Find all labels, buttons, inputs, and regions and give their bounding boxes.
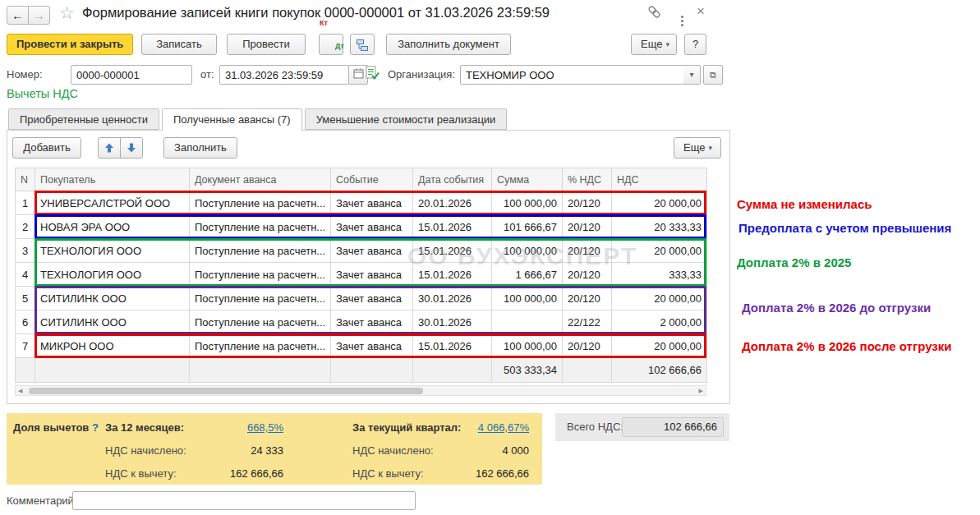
cell-n[interactable]: 4 xyxy=(16,263,35,287)
cell-buyer[interactable]: УНИВЕРСАЛСТРОЙ ООО xyxy=(35,191,190,215)
add-row-button[interactable]: Добавить xyxy=(12,137,81,159)
cell-vat[interactable]: 20 000,00 xyxy=(612,287,707,310)
help-button[interactable]: ? xyxy=(684,34,706,55)
cell-n[interactable]: 1 xyxy=(16,191,35,215)
cell-vat[interactable]: 333,33 xyxy=(612,263,707,287)
cell-event[interactable]: Зачет аванса xyxy=(331,334,413,358)
fill-document-button[interactable]: Заполнить документ xyxy=(386,34,511,55)
cell-sum[interactable]: 100 000,00 xyxy=(492,334,563,358)
column-header[interactable]: % НДС xyxy=(563,168,612,191)
cell-vat[interactable]: 20 000,00 xyxy=(612,334,707,358)
cell-sum[interactable]: 100 000,00 xyxy=(492,287,563,310)
cell-buyer[interactable]: СИТИЛИНК ООО xyxy=(35,287,190,310)
cell-vat-rate[interactable]: 20/120 xyxy=(563,215,612,239)
document-structure-button[interactable] xyxy=(350,34,375,55)
scroll-left-icon[interactable]: ◀ xyxy=(18,388,22,394)
write-button[interactable]: Записать xyxy=(141,34,217,55)
column-header[interactable]: Документ аванса xyxy=(190,168,331,191)
cell-sum[interactable]: 100 000,00 xyxy=(492,239,563,263)
help-question-icon[interactable]: ? xyxy=(92,421,99,434)
cell-vat-rate[interactable]: 20/120 xyxy=(563,263,612,287)
scrollbar-thumb[interactable] xyxy=(29,388,423,394)
cell-event[interactable]: Зачет аванса xyxy=(331,191,413,215)
quarter-percent-link[interactable]: 4 066,67% xyxy=(435,421,529,434)
comment-input[interactable] xyxy=(72,491,416,510)
cell-sum[interactable]: 1 666,67 xyxy=(492,263,563,287)
cell-n[interactable]: 2 xyxy=(16,215,35,239)
cell-advance-doc[interactable]: Поступление на расчетн... xyxy=(190,334,331,358)
cell-event-date[interactable]: 15.01.2026 xyxy=(413,215,492,239)
cell-n[interactable]: 5 xyxy=(16,287,35,310)
cell-vat[interactable]: 20 000,00 xyxy=(612,239,707,263)
cell-event[interactable]: Зачет аванса xyxy=(331,239,413,263)
cell-event[interactable]: Зачет аванса xyxy=(331,215,413,239)
more-menu-icon[interactable] xyxy=(674,7,690,23)
date-input[interactable] xyxy=(219,65,349,85)
cell-vat[interactable]: 20 333,33 xyxy=(612,215,707,239)
cell-event[interactable]: Зачет аванса xyxy=(331,310,413,334)
cell-advance-doc[interactable]: Поступление на расчетн... xyxy=(190,191,331,215)
cell-vat-rate[interactable]: 20/120 xyxy=(563,239,612,263)
cell-advance-doc[interactable]: Поступление на расчетн... xyxy=(190,215,331,239)
cell-advance-doc[interactable]: Поступление на расчетн... xyxy=(190,239,331,263)
year-percent-link[interactable]: 668,5% xyxy=(189,421,283,434)
show-postings-button[interactable]: ДтКт xyxy=(319,34,343,55)
organization-input[interactable] xyxy=(460,65,684,85)
cell-event-date[interactable]: 30.01.2026 xyxy=(413,287,492,310)
tab-1[interactable]: Полученные авансы (7) xyxy=(162,108,302,131)
cell-advance-doc[interactable]: Поступление на расчетн... xyxy=(190,310,331,334)
nav-back-button[interactable]: ← xyxy=(7,6,29,25)
cell-event[interactable]: Зачет аванса xyxy=(331,263,413,287)
cell-n[interactable]: 7 xyxy=(16,334,35,358)
cell-event-date[interactable]: 15.01.2026 xyxy=(413,334,492,358)
fill-table-button[interactable]: Заполнить xyxy=(163,137,237,159)
cell-vat[interactable]: 20 000,00 xyxy=(612,191,707,215)
column-header[interactable]: Сумма xyxy=(492,168,563,191)
close-icon[interactable]: × xyxy=(692,3,709,20)
table-more-button[interactable]: Еще▾ xyxy=(674,137,721,159)
horizontal-scrollbar[interactable]: ◀ ▶ xyxy=(15,385,706,396)
cell-n[interactable]: 6 xyxy=(16,310,35,334)
move-row-down-button[interactable] xyxy=(120,137,143,159)
tab-0[interactable]: Приобретенные ценности xyxy=(8,108,159,130)
favorite-star-icon[interactable]: ☆ xyxy=(59,3,75,23)
cell-event-date[interactable]: 20.01.2026 xyxy=(413,191,492,215)
cell-event-date[interactable]: 15.01.2026 xyxy=(413,239,492,263)
column-header[interactable]: НДС xyxy=(612,168,707,191)
cell-vat-rate[interactable]: 22/122 xyxy=(563,310,612,334)
cell-sum[interactable]: 101 666,67 xyxy=(492,215,563,239)
cell-advance-doc[interactable]: Поступление на расчетн... xyxy=(190,263,331,287)
column-header[interactable]: Покупатель xyxy=(35,168,190,191)
cell-sum[interactable] xyxy=(492,310,563,334)
nav-forward-button[interactable]: → xyxy=(28,6,50,25)
cell-vat-rate[interactable]: 20/120 xyxy=(563,191,612,215)
cell-buyer[interactable]: ТЕХНОЛОГИЯ ООО xyxy=(35,263,190,287)
cell-event-date[interactable]: 15.01.2026 xyxy=(413,263,492,287)
number-input[interactable] xyxy=(71,65,192,85)
cell-event[interactable]: Зачет аванса xyxy=(331,287,413,310)
post-button[interactable]: Провести xyxy=(227,34,306,55)
cell-sum[interactable]: 100 000,00 xyxy=(492,191,563,215)
organization-open-button[interactable]: ⧉ xyxy=(703,65,723,85)
column-header[interactable]: Дата события xyxy=(413,168,492,191)
cell-buyer[interactable]: ТЕХНОЛОГИЯ ООО xyxy=(35,239,190,263)
tab-2[interactable]: Уменьшение стоимости реализации xyxy=(305,108,508,130)
cell-n[interactable]: 3 xyxy=(16,239,35,263)
post-and-close-button[interactable]: Провести и закрыть xyxy=(7,34,133,55)
cell-vat-rate[interactable]: 20/120 xyxy=(563,334,612,358)
cell-buyer[interactable]: СИТИЛИНК ООО xyxy=(35,310,190,334)
vat-deductions-section-link[interactable]: Вычеты НДС xyxy=(7,87,78,100)
organization-dropdown-button[interactable]: ▾ xyxy=(683,65,701,85)
scroll-right-icon[interactable]: ▶ xyxy=(699,388,703,394)
cell-advance-doc[interactable]: Поступление на расчетн... xyxy=(190,287,331,310)
cell-vat-rate[interactable]: 20/120 xyxy=(563,287,612,310)
cell-buyer[interactable]: МИКРОН ООО xyxy=(35,334,190,358)
column-header[interactable]: N xyxy=(16,168,35,191)
toolbar-more-button[interactable]: Еще▾ xyxy=(631,34,677,55)
column-header[interactable]: Событие xyxy=(331,168,413,191)
move-row-up-button[interactable] xyxy=(98,137,121,159)
cell-buyer[interactable]: НОВАЯ ЭРА ООО xyxy=(35,215,190,239)
get-link-icon[interactable] xyxy=(646,5,662,21)
cell-vat[interactable]: 2 000,00 xyxy=(612,310,707,334)
cell-event-date[interactable]: 30.01.2026 xyxy=(413,310,492,334)
